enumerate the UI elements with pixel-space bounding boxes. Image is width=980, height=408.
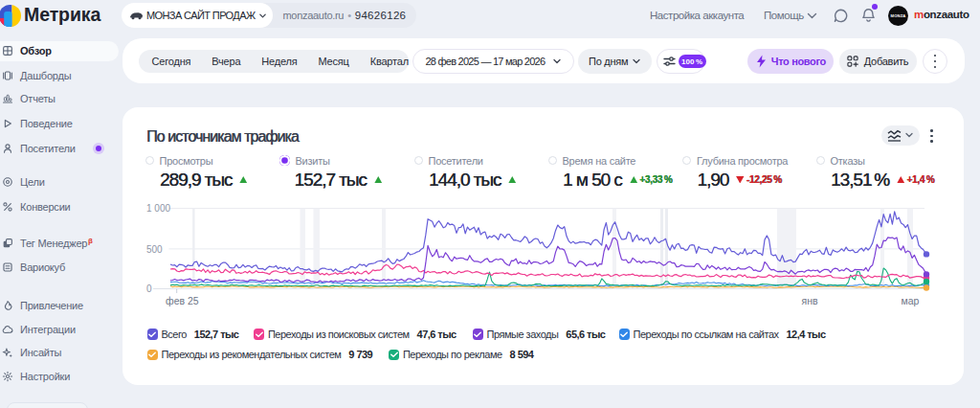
- svg-text:янв: янв: [801, 295, 817, 306]
- svg-text:мар: мар: [902, 295, 920, 306]
- svg-text:500: 500: [146, 244, 163, 255]
- svg-text:фев 25: фев 25: [166, 295, 199, 306]
- svg-text:0: 0: [146, 283, 152, 294]
- svg-text:1 000: 1 000: [146, 203, 170, 214]
